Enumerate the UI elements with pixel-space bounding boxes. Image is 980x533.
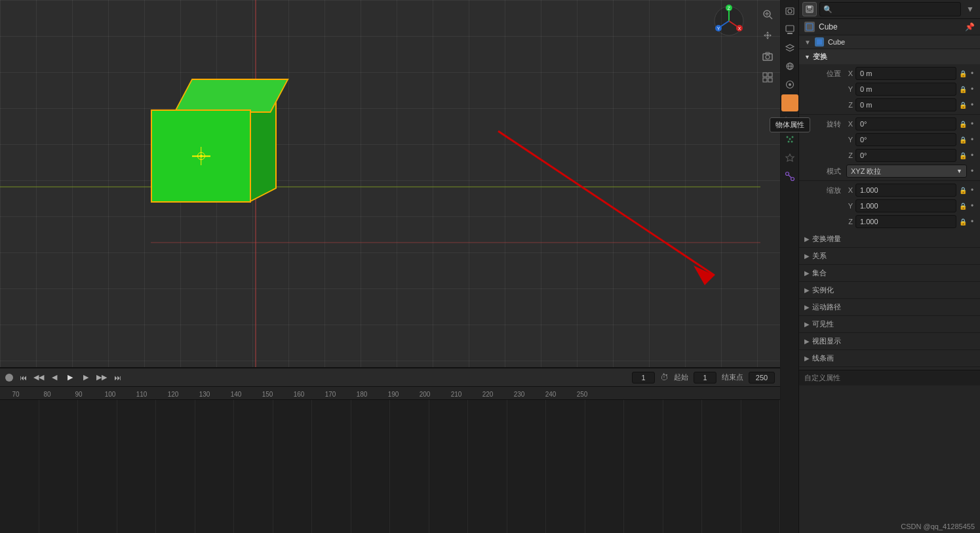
pos-z-value[interactable]: 0 m: [855, 98, 956, 111]
end-frame-input[interactable]: 250: [749, 372, 775, 384]
render-properties-icon[interactable]: [781, 3, 798, 20]
step-forward-btn[interactable]: ▶▶: [96, 372, 108, 384]
rotation-mode-row: 模式 XYZ 欧拉 ▼ •: [799, 163, 980, 179]
timeline-info: 1 ⏱ 起始 1 结束点 250: [632, 372, 775, 384]
skip-start-btn[interactable]: ⏮: [17, 372, 29, 384]
collections-arrow: ▶: [804, 269, 810, 277]
scene-properties-icon[interactable]: [781, 58, 798, 75]
prev-frame-btn[interactable]: ◀: [49, 372, 60, 384]
properties-search-bar[interactable]: [819, 2, 961, 16]
output-properties-icon[interactable]: [781, 21, 798, 38]
rot-x-value[interactable]: 0°: [855, 117, 956, 130]
rot-y-dot[interactable]: •: [970, 135, 975, 144]
rot-z-value[interactable]: 0°: [855, 149, 956, 162]
timeline-cell: [663, 400, 703, 533]
scale-z-lock[interactable]: 🔒: [958, 218, 968, 226]
save-icon-btn[interactable]: [802, 2, 817, 16]
rot-z-lock[interactable]: 🔒: [958, 152, 968, 159]
timeline-cell: [78, 400, 117, 533]
pos-z-lock[interactable]: 🔒: [958, 102, 968, 109]
scale-y-lock[interactable]: 🔒: [958, 203, 968, 210]
pos-x-value[interactable]: 0 m: [855, 67, 956, 80]
skip-end-btn[interactable]: ⏭: [111, 372, 123, 384]
rot-y-lock[interactable]: 🔒: [958, 136, 968, 144]
timeline-cell: [156, 400, 195, 533]
svg-rect-14: [768, 73, 772, 77]
scale-y-value[interactable]: 1.000: [855, 199, 956, 212]
grid-icon[interactable]: [758, 68, 777, 87]
svg-text:Y: Y: [717, 26, 720, 31]
physics-properties-icon[interactable]: [781, 149, 798, 167]
rot-z-dot[interactable]: •: [970, 151, 975, 160]
rotation-mode-dropdown[interactable]: XYZ 欧拉 ▼: [846, 165, 967, 178]
pos-y-dot[interactable]: •: [970, 85, 975, 94]
start-frame-input[interactable]: 1: [694, 372, 716, 384]
pos-x-label: X: [846, 69, 855, 77]
tick-220: 220: [472, 391, 503, 398]
svg-rect-16: [768, 78, 772, 82]
pan-icon[interactable]: [758, 26, 777, 45]
relations-section[interactable]: ▶ 关系: [799, 248, 980, 265]
viewport-3d[interactable]: Z X Y: [0, 0, 780, 367]
play-btn[interactable]: ▶: [64, 372, 76, 384]
timeline-cell: [273, 400, 313, 533]
transform-extra-section[interactable]: ▶ 变换增量: [799, 231, 980, 248]
timeline-content[interactable]: [0, 400, 780, 533]
pos-z-dot[interactable]: •: [970, 100, 975, 109]
mode-dot[interactable]: •: [970, 167, 975, 176]
svg-point-9: [766, 34, 769, 37]
view-layer-properties-icon[interactable]: [781, 39, 798, 56]
pos-y-value[interactable]: 0 m: [855, 83, 956, 96]
pin-icon[interactable]: 📌: [965, 22, 975, 31]
particles-properties-icon[interactable]: [781, 131, 798, 148]
viewport-display-section[interactable]: ▶ 视图显示: [799, 333, 980, 350]
zoom-icon[interactable]: [758, 5, 777, 24]
world-properties-icon[interactable]: [781, 76, 798, 93]
motion-paths-section[interactable]: ▶ 运动路径: [799, 299, 980, 316]
rot-x-dot[interactable]: •: [970, 119, 975, 128]
line-art-section[interactable]: ▶ 线条画: [799, 350, 980, 367]
viewport-nav-icons: [758, 5, 777, 87]
rot-x-lock[interactable]: 🔒: [958, 121, 968, 128]
svg-rect-48: [806, 24, 813, 30]
step-back-btn[interactable]: ◀◀: [33, 372, 45, 384]
instancing-section[interactable]: ▶ 实例化: [799, 282, 980, 299]
axis-gizmo[interactable]: Z X Y: [711, 3, 751, 43]
svg-rect-49: [817, 39, 822, 45]
object-properties-icon[interactable]: 物体属性: [781, 94, 798, 111]
transform-section-header[interactable]: ▼ 变换: [799, 49, 980, 64]
transform-extra-label: 变换增量: [812, 234, 841, 244]
scale-z-value[interactable]: 1.000: [855, 215, 956, 228]
next-frame-btn[interactable]: ▶: [80, 372, 92, 384]
scale-x-value[interactable]: 1.000: [855, 184, 956, 197]
pos-z-label: Z: [846, 101, 855, 109]
scale-y-dot[interactable]: •: [970, 201, 975, 210]
position-z-row: Z 0 m 🔒 •: [799, 97, 980, 113]
dropdown-chevron: ▼: [956, 168, 962, 174]
pos-x-dot[interactable]: •: [970, 69, 975, 78]
current-frame-input[interactable]: 1: [632, 372, 655, 384]
properties-menu-icon[interactable]: ▼: [964, 3, 977, 16]
timeline-cell: [429, 400, 469, 533]
timeline-toolbar: ⏮ ◀◀ ◀ ▶ ▶ ▶▶ ⏭ 1 ⏱ 起始 1 结束点 250: [0, 368, 780, 387]
rotation-row: 旋转 X 0° 🔒 •: [799, 116, 980, 132]
scale-x-lock[interactable]: 🔒: [958, 187, 968, 194]
rot-y-value[interactable]: 0°: [855, 133, 956, 146]
scale-z-dot[interactable]: •: [970, 217, 975, 226]
rot-x-label: X: [846, 120, 855, 128]
playhead-circle[interactable]: [5, 374, 13, 382]
timeline-cell: [624, 400, 663, 533]
properties-content: ▼ Cube 📌 ▼: [799, 0, 980, 533]
camera-icon[interactable]: [758, 47, 777, 66]
visibility-section[interactable]: ▶ 可见性: [799, 316, 980, 333]
scale-x-dot[interactable]: •: [970, 186, 975, 195]
scale-label: 缩放: [807, 186, 846, 195]
svg-text:X: X: [738, 26, 741, 31]
collections-label: 集合: [812, 268, 827, 278]
pos-x-lock[interactable]: 🔒: [958, 70, 968, 77]
properties-search-input[interactable]: [823, 5, 957, 13]
tick-110: 110: [126, 391, 157, 398]
pos-y-lock[interactable]: 🔒: [958, 86, 968, 93]
collections-section[interactable]: ▶ 集合: [799, 265, 980, 282]
constraints-properties-icon[interactable]: [781, 168, 798, 185]
